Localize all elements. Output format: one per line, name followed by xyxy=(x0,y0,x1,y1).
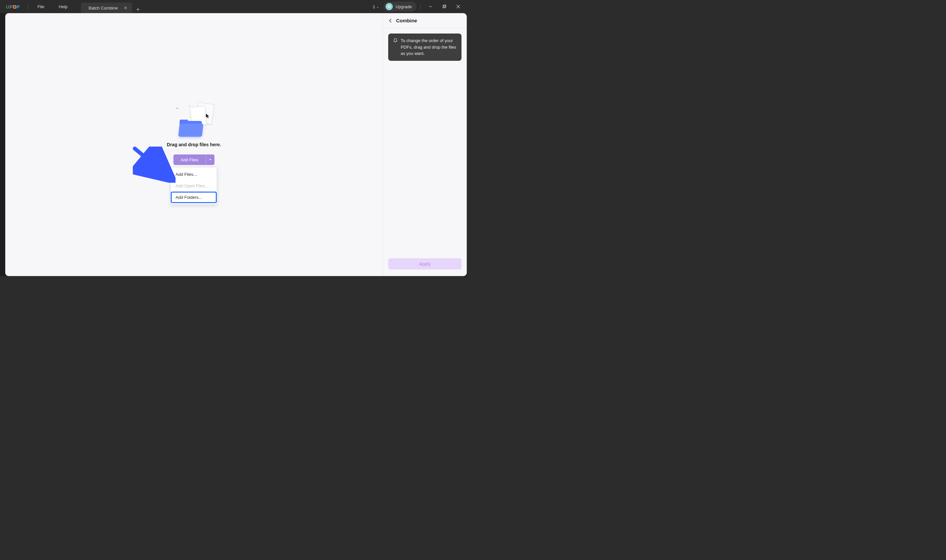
tip-text: To change the order of your PDFs, drag a… xyxy=(401,37,457,57)
window-count[interactable]: 1 ⌄ xyxy=(370,4,381,9)
app-logo: UPDF xyxy=(0,4,26,9)
separator xyxy=(420,4,421,9)
dropdown-add-folders[interactable]: Add Folders... xyxy=(171,192,217,203)
titlebar: UPDF File Help Batch Combine ✕ + 1 ⌄ U U… xyxy=(0,0,467,13)
add-files-dropdown: Add Files... Add Open Files... Add Folde… xyxy=(171,167,217,205)
tab-title: Batch Combine xyxy=(89,6,118,11)
caret-down-icon xyxy=(209,158,212,161)
new-tab-button[interactable]: + xyxy=(132,6,144,13)
upgrade-button[interactable]: U Upgrade xyxy=(384,2,417,11)
cursor-icon xyxy=(205,113,211,119)
separator xyxy=(28,4,28,9)
titlebar-right: 1 ⌄ U Upgrade xyxy=(370,0,467,13)
add-files-button[interactable]: Add Files xyxy=(173,154,214,165)
count-value: 1 xyxy=(373,4,375,9)
apply-button[interactable]: Apply xyxy=(388,258,461,269)
tab-batch-combine[interactable]: Batch Combine ✕ xyxy=(81,3,132,13)
sparkle-icon: ✦ xyxy=(188,105,191,108)
close-icon xyxy=(456,5,460,9)
sparkle-icon: ✦ xyxy=(176,106,178,110)
logo-d: D xyxy=(13,4,17,9)
tip-box: To change the order of your PDFs, drag a… xyxy=(388,34,461,61)
apply-wrap: Apply xyxy=(383,254,467,276)
maximize-icon xyxy=(442,5,446,9)
back-icon[interactable] xyxy=(388,18,393,23)
menu-help[interactable]: Help xyxy=(52,4,75,9)
dropdown-add-files[interactable]: Add Files... xyxy=(171,169,217,180)
logo-u: U xyxy=(6,4,9,9)
logo-p: P xyxy=(9,4,13,9)
folder-icon xyxy=(178,123,203,137)
menu-file[interactable]: File xyxy=(30,4,52,9)
minimize-button[interactable] xyxy=(425,0,437,13)
main-area[interactable]: ✦ ✦ Drag and drop files here. Add Files xyxy=(5,13,383,276)
close-button[interactable] xyxy=(452,0,464,13)
side-header: Combine xyxy=(383,13,467,28)
add-files-wrap: Add Files Add Files... Add Open Files...… xyxy=(173,154,214,165)
app-window: UPDF File Help Batch Combine ✕ + 1 ⌄ U U… xyxy=(0,0,467,276)
bell-icon xyxy=(393,38,398,43)
workspace: ✦ ✦ Drag and drop files here. Add Files xyxy=(0,13,467,276)
drop-text: Drag and drop files here. xyxy=(167,142,221,147)
avatar: U xyxy=(386,3,393,10)
chevron-down-icon: ⌄ xyxy=(376,5,379,9)
svg-line-5 xyxy=(135,149,169,177)
side-title: Combine xyxy=(396,18,417,23)
svg-rect-2 xyxy=(444,5,446,7)
minimize-icon xyxy=(429,5,432,9)
add-files-label: Add Files xyxy=(173,154,205,165)
tab-strip: Batch Combine ✕ + xyxy=(81,0,144,13)
drop-zone: ✦ ✦ Drag and drop files here. Add Files xyxy=(167,103,221,165)
tab-close-icon[interactable]: ✕ xyxy=(124,5,128,11)
dropdown-add-open-files: Add Open Files... xyxy=(171,180,217,192)
drop-illustration: ✦ ✦ xyxy=(172,103,215,136)
add-files-dropdown-toggle[interactable] xyxy=(206,154,215,165)
logo-f: F xyxy=(17,4,20,9)
side-panel: Combine To change the order of your PDFs… xyxy=(383,13,467,276)
svg-rect-1 xyxy=(443,6,445,8)
upgrade-label: Upgrade xyxy=(395,4,412,9)
maximize-button[interactable] xyxy=(438,0,450,13)
